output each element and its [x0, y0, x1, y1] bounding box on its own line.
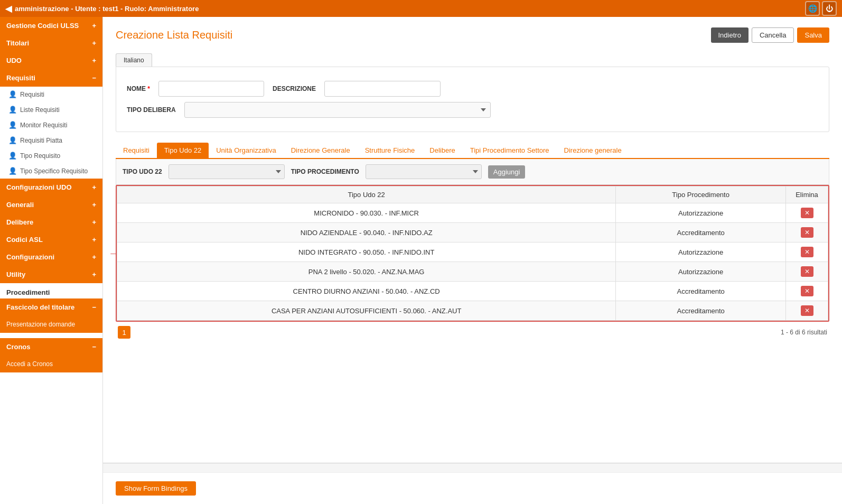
nome-input[interactable]	[158, 81, 264, 97]
cell-tipo-udo: MICRONIDO - 90.030. - INF.MICR	[117, 203, 616, 223]
minus-icon: −	[92, 74, 96, 82]
form-row-tipo-delibera: TIPO DELIBERA	[127, 102, 818, 118]
tipo-udo-select[interactable]	[169, 164, 285, 179]
sidebar-item-cronos[interactable]: Cronos −	[0, 338, 102, 356]
tab-requisiti[interactable]: Requisiti	[116, 143, 157, 158]
sidebar-item-utility[interactable]: Utility +	[0, 266, 102, 283]
sidebar-item-delibere[interactable]: Delibere +	[0, 213, 102, 231]
plus-icon: +	[92, 201, 96, 209]
form-row-nome: NOME DESCRIZIONE	[127, 81, 818, 97]
user-icon: 👤	[8, 152, 17, 160]
delete-button[interactable]: ✕	[801, 305, 813, 316]
cancella-button[interactable]: Cancella	[752, 27, 794, 43]
show-form-bindings-button[interactable]: Show Form Bindings	[116, 481, 196, 496]
power-icon[interactable]: ⏻	[822, 1, 837, 16]
user-icon: 👤	[8, 121, 17, 129]
tipo-delibera-select[interactable]	[184, 102, 491, 118]
col-tipo-udo: Tipo Udo 22	[117, 186, 616, 203]
cell-tipo-proc: Accreditamento	[616, 301, 786, 321]
horizontal-scrollbar[interactable]	[103, 463, 842, 472]
cell-tipo-proc: Autorizzazione	[616, 242, 786, 262]
bottom-bar: Show Form Bindings	[103, 472, 842, 504]
tab-unita-organizzativa[interactable]: Unità Organizzativa	[209, 143, 283, 158]
tab-bar: Requisiti Tipo Udo 22 Unità Organizzativ…	[116, 143, 829, 159]
sidebar-item-requisiti[interactable]: Requisiti −	[0, 69, 102, 87]
lang-tab[interactable]: Italiano	[116, 53, 152, 67]
table-row: CASA PER ANZIANI AUTOSUFFICIENTI - 50.06…	[117, 301, 828, 321]
plus-icon: +	[92, 57, 96, 64]
plus-icon: +	[92, 253, 96, 261]
delete-button[interactable]: ✕	[801, 247, 813, 257]
user-icon: 👤	[8, 90, 17, 98]
app-title-bar: ◀ amministrazione - Utente : test1 - Ruo…	[5, 4, 199, 14]
sidebar-item-liste-requisiti[interactable]: 👤 Liste Requisiti	[0, 102, 102, 117]
table-row: PNA 2 livello - 50.020. - ANZ.NA.MAG Aut…	[117, 262, 828, 282]
globe-icon[interactable]: 🌐	[805, 1, 820, 16]
main-content: Creazione Lista Requisiti Indietro Cance…	[103, 17, 842, 463]
tab-delibere[interactable]: Delibere	[422, 143, 462, 158]
sidebar-item-generali[interactable]: Generali +	[0, 196, 102, 213]
top-bar-actions: 🌐 ⏻	[805, 1, 837, 16]
page-header: Creazione Lista Requisiti Indietro Cance…	[116, 27, 829, 43]
cell-tipo-proc: Autorizzazione	[616, 262, 786, 282]
cell-elimina: ✕	[786, 282, 828, 301]
cell-tipo-udo: NIDO AZIENDALE - 90.040. - INF.NIDO.AZ	[117, 223, 616, 242]
sidebar-item-requisiti-piatta[interactable]: 👤 Requisiti Piatta	[0, 133, 102, 148]
table-row: NIDO INTEGRATO - 90.050. - INF.NIDO.INT …	[117, 242, 828, 262]
procedimenti-header: Procedimenti	[0, 283, 102, 298]
cell-elimina: ✕	[786, 203, 828, 223]
sidebar-item-tipo-specifico-requisito[interactable]: 👤 Tipo Specifico Requisito	[0, 163, 102, 179]
page-title: Creazione Lista Requisiti	[116, 29, 232, 41]
table-container: → Tipo Udo 22 Tipo Procedimento Elimina …	[116, 185, 829, 322]
user-icon: 👤	[8, 136, 17, 144]
header-buttons: Indietro Cancella Salva	[711, 27, 830, 43]
sidebar-item-presentazione[interactable]: Presentazione domande	[0, 316, 102, 333]
app-title: amministrazione - Utente : test1 - Ruolo…	[15, 5, 199, 13]
tab-direzione-generale[interactable]: Direzione Generale	[284, 143, 358, 158]
table-row: NIDO AZIENDALE - 90.040. - INF.NIDO.AZ A…	[117, 223, 828, 242]
descrizione-input[interactable]	[324, 81, 441, 97]
filter-row: TIPO UDO 22 TIPO PROCEDIMENTO Aggiungi	[116, 159, 829, 185]
delete-button[interactable]: ✕	[801, 286, 813, 296]
sidebar-item-codici-asl[interactable]: Codici ASL +	[0, 231, 102, 248]
user-icon: 👤	[8, 167, 17, 175]
pagination: 1 1 - 6 di 6 risultati	[116, 322, 829, 343]
table-row: CENTRO DIURNO ANZIANI - 50.040. - ANZ.CD…	[117, 282, 828, 301]
delete-button[interactable]: ✕	[801, 227, 813, 238]
cell-tipo-proc: Accreditamento	[616, 223, 786, 242]
sidebar-item-accedi-cronos[interactable]: Accedi a Cronos	[0, 356, 102, 372]
sidebar-item-configurazioni-udo[interactable]: Configurazioni UDO +	[0, 179, 102, 196]
col-tipo-proc: Tipo Procedimento	[616, 186, 786, 203]
delete-button[interactable]: ✕	[801, 266, 813, 277]
sidebar-item-gestione-codici-ulss[interactable]: Gestione Codici ULSS +	[0, 17, 102, 34]
tipo-proc-select[interactable]	[366, 164, 482, 179]
sidebar-item-titolari[interactable]: Titolari +	[0, 34, 102, 52]
aggiungi-button[interactable]: Aggiungi	[488, 165, 526, 179]
data-table-wrapper: Tipo Udo 22 Tipo Procedimento Elimina MI…	[116, 185, 829, 322]
plus-icon: +	[92, 218, 96, 226]
sidebar-item-configurazioni[interactable]: Configurazioni +	[0, 248, 102, 266]
sidebar-item-tipo-requisito[interactable]: 👤 Tipo Requisito	[0, 148, 102, 163]
nav-arrow[interactable]: ◀	[5, 4, 12, 14]
cell-elimina: ✕	[786, 242, 828, 262]
salva-button[interactable]: Salva	[797, 27, 829, 43]
sidebar-item-requisiti-sub[interactable]: 👤 Requisiti	[0, 87, 102, 102]
delete-button[interactable]: ✕	[801, 208, 813, 218]
cell-tipo-udo: CASA PER ANZIANI AUTOSUFFICIENTI - 50.06…	[117, 301, 616, 321]
cell-elimina: ✕	[786, 301, 828, 321]
tipo-proc-filter-label: TIPO PROCEDIMENTO	[291, 168, 359, 175]
plus-icon: +	[92, 270, 96, 278]
tab-strutture-fisiche[interactable]: Strutture Fisiche	[358, 143, 423, 158]
cell-tipo-udo: PNA 2 livello - 50.020. - ANZ.NA.MAG	[117, 262, 616, 282]
nome-label: NOME	[127, 85, 150, 92]
sidebar-item-fascicolo[interactable]: Fascicolo del titolare −	[0, 298, 102, 316]
indietro-button[interactable]: Indietro	[711, 27, 749, 43]
sidebar-item-udo[interactable]: UDO +	[0, 52, 102, 69]
tab-tipo-udo-22[interactable]: Tipo Udo 22	[157, 143, 209, 158]
data-table: Tipo Udo 22 Tipo Procedimento Elimina MI…	[117, 186, 828, 321]
cell-tipo-proc: Accreditamento	[616, 282, 786, 301]
tab-direzione-generale-2[interactable]: Direzione generale	[557, 143, 629, 158]
sidebar-item-monitor-requisiti[interactable]: 👤 Monitor Requisiti	[0, 117, 102, 133]
tab-tipi-procedimento[interactable]: Tipi Procedimento Settore	[463, 143, 557, 158]
page-1-button[interactable]: 1	[118, 326, 130, 339]
